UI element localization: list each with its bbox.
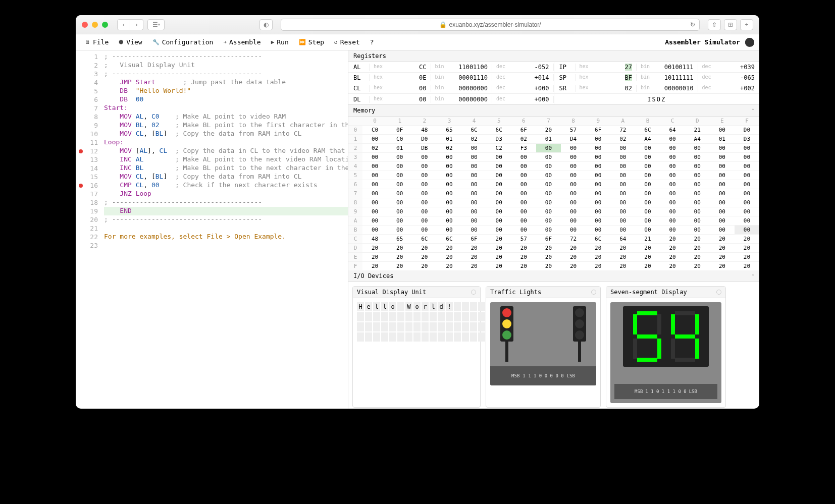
memory-cell[interactable]: 00 xyxy=(437,171,461,180)
memory-cell[interactable]: 00 xyxy=(387,161,412,171)
line-number[interactable]: 12 xyxy=(76,147,101,155)
memory-cell[interactable]: 20 xyxy=(735,234,759,243)
memory-cell[interactable]: 00 xyxy=(462,207,487,216)
memory-cell[interactable]: 21 xyxy=(635,234,660,243)
memory-cell[interactable]: 00 xyxy=(462,198,487,207)
memory-cell[interactable]: 00 xyxy=(536,207,561,216)
line-number[interactable]: 23 xyxy=(76,241,101,250)
memory-cell[interactable]: F3 xyxy=(511,143,536,152)
memory-cell[interactable]: 00 xyxy=(735,189,759,198)
memory-cell[interactable]: 00 xyxy=(735,180,759,189)
memory-cell[interactable]: 20 xyxy=(536,252,561,261)
memory-cell[interactable]: 20 xyxy=(586,243,610,252)
memory-cell[interactable]: 00 xyxy=(412,152,437,161)
code-line[interactable]: ; Visual Display Unit xyxy=(104,61,348,70)
memory-cell[interactable]: 57 xyxy=(511,234,536,243)
memory-cell[interactable]: 00 xyxy=(536,171,561,180)
memory-cell[interactable]: 72 xyxy=(561,234,586,243)
memory-cell[interactable]: 00 xyxy=(437,198,461,207)
memory-cell[interactable]: 00 xyxy=(735,161,759,171)
memory-cell[interactable]: 00 xyxy=(610,207,635,216)
memory-cell[interactable]: 00 xyxy=(561,207,586,216)
memory-cell[interactable]: 00 xyxy=(685,216,710,225)
memory-cell[interactable]: 00 xyxy=(536,189,561,198)
memory-cell[interactable]: 20 xyxy=(487,261,511,270)
memory-cell[interactable]: 00 xyxy=(660,143,685,152)
memory-cell[interactable]: 00 xyxy=(487,189,511,198)
memory-cell[interactable]: 00 xyxy=(586,161,610,171)
memory-cell[interactable]: 00 xyxy=(487,225,511,234)
refresh-icon[interactable]: ↻ xyxy=(690,21,695,28)
memory-cell[interactable]: 00 xyxy=(610,152,635,161)
memory-cell[interactable]: 72 xyxy=(610,125,635,134)
new-tab-button[interactable]: + xyxy=(740,19,753,30)
memory-cell[interactable]: 6C xyxy=(462,125,487,134)
memory-cell[interactable]: 00 xyxy=(487,171,511,180)
help-button[interactable]: ? xyxy=(366,37,378,47)
memory-cell[interactable]: 00 xyxy=(710,216,735,225)
url-bar[interactable]: 🔒 exuanbo.xyz/assembler-simulator/ ↻ xyxy=(281,19,700,31)
memory-cell[interactable]: 00 xyxy=(511,216,536,225)
memory-cell[interactable]: 00 xyxy=(710,180,735,189)
memory-cell[interactable]: 00 xyxy=(586,171,610,180)
memory-cell[interactable]: 00 xyxy=(586,216,610,225)
memory-cell[interactable]: 02 xyxy=(437,143,461,152)
memory-cell[interactable]: 20 xyxy=(561,261,586,270)
memory-cell[interactable]: 00 xyxy=(511,207,536,216)
close-window-icon[interactable] xyxy=(82,22,88,28)
memory-cell[interactable]: 20 xyxy=(462,261,487,270)
memory-cell[interactable]: 64 xyxy=(660,125,685,134)
line-number[interactable]: 20 xyxy=(76,215,101,224)
memory-cell[interactable]: 00 xyxy=(685,152,710,161)
memory-cell[interactable]: 00 xyxy=(561,161,586,171)
memory-cell[interactable]: 00 xyxy=(362,225,387,234)
memory-cell[interactable]: 20 xyxy=(387,252,412,261)
view-menu[interactable]: ⬢View xyxy=(115,37,146,47)
memory-cell[interactable]: 00 xyxy=(362,171,387,180)
memory-cell[interactable]: 00 xyxy=(685,180,710,189)
memory-cell[interactable]: 00 xyxy=(685,171,710,180)
code-line[interactable] xyxy=(104,241,348,250)
memory-cell[interactable]: 00 xyxy=(660,216,685,225)
memory-cell[interactable]: 00 xyxy=(536,161,561,171)
line-number[interactable]: 14 xyxy=(76,164,101,173)
memory-cell[interactable]: 20 xyxy=(487,243,511,252)
memory-cell[interactable]: 20 xyxy=(586,252,610,261)
memory-cell[interactable]: 6C xyxy=(586,234,610,243)
memory-cell[interactable]: 20 xyxy=(561,252,586,261)
code-line[interactable]: ; -------------------------------------- xyxy=(104,198,348,207)
memory-cell[interactable]: 00 xyxy=(487,161,511,171)
file-menu[interactable]: 🗎File xyxy=(81,37,113,47)
memory-cell[interactable]: 20 xyxy=(412,261,437,270)
line-number[interactable]: 19 xyxy=(76,207,101,215)
memory-cell[interactable]: 00 xyxy=(586,189,610,198)
memory-cell[interactable]: 20 xyxy=(685,234,710,243)
code-area[interactable]: ; --------------------------------------… xyxy=(101,50,348,409)
code-line[interactable]: MOV CL, [BL] ; Copy the data from RAM in… xyxy=(104,173,348,181)
memory-cell[interactable]: 20 xyxy=(362,243,387,252)
memory-cell[interactable]: 00 xyxy=(412,189,437,198)
memory-cell[interactable]: 20 xyxy=(660,252,685,261)
memory-cell[interactable]: 00 xyxy=(387,152,412,161)
memory-cell[interactable]: 20 xyxy=(586,261,610,270)
memory-cell[interactable]: 00 xyxy=(710,189,735,198)
line-number[interactable]: 9 xyxy=(76,121,101,130)
memory-cell[interactable]: 6F xyxy=(511,125,536,134)
memory-cell[interactable]: 00 xyxy=(610,225,635,234)
memory-cell[interactable]: 20 xyxy=(511,243,536,252)
memory-cell[interactable]: 20 xyxy=(610,261,635,270)
memory-cell[interactable]: 21 xyxy=(685,125,710,134)
code-line[interactable]: Start: xyxy=(104,104,348,113)
memory-cell[interactable]: 00 xyxy=(710,198,735,207)
forward-button[interactable]: › xyxy=(130,19,143,30)
memory-cell[interactable]: 00 xyxy=(635,207,660,216)
memory-cell[interactable]: 00 xyxy=(635,143,660,152)
memory-cell[interactable]: 00 xyxy=(586,198,610,207)
memory-cell[interactable]: 20 xyxy=(710,243,735,252)
memory-cell[interactable]: 65 xyxy=(437,125,461,134)
memory-cell[interactable]: 6C xyxy=(635,125,660,134)
code-line[interactable]: For more examples, select File > Open Ex… xyxy=(104,233,348,241)
memory-cell[interactable]: 00 xyxy=(487,180,511,189)
memory-cell[interactable]: 00 xyxy=(437,189,461,198)
memory-cell[interactable]: 01 xyxy=(710,134,735,143)
